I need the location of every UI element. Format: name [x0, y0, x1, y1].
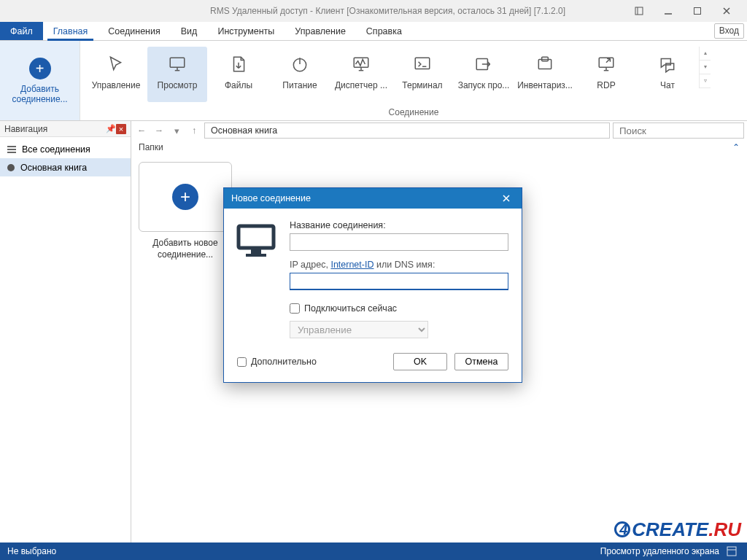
ribbon-view-label: Просмотр	[158, 80, 198, 90]
ribbon-power-label: Питание	[282, 80, 317, 90]
ribbon-scroll-up-icon[interactable]: ▴	[700, 47, 711, 61]
file-arrow-icon	[228, 54, 249, 74]
ribbon-inventory-label: Инвентариз...	[517, 80, 573, 90]
plus-icon: +	[29, 58, 51, 79]
folders-collapse-icon[interactable]: ⌃	[732, 142, 740, 152]
ribbon-chat-label: Чат	[660, 80, 675, 90]
nav-up-icon[interactable]: ↑	[187, 123, 201, 138]
addr-label-post: или DNS имя:	[374, 260, 435, 270]
tab-main[interactable]: Главная	[43, 22, 98, 40]
folders-title: Папки	[139, 142, 163, 152]
menu-file[interactable]: Файл	[0, 22, 43, 40]
mode-select[interactable]: Управление	[290, 321, 428, 338]
window-maximize-icon[interactable]	[683, 0, 712, 22]
dialog-close-icon[interactable]	[498, 190, 514, 206]
plus-icon: +	[172, 184, 198, 210]
status-bar: Не выбрано Просмотр удаленного экрана	[0, 542, 747, 560]
nav-forward-icon[interactable]: →	[152, 123, 166, 138]
ribbon-group-label: Соединение	[80, 106, 747, 120]
monitor-icon	[167, 54, 187, 74]
name-label: Название соединения:	[290, 220, 508, 230]
dialog-titlebar[interactable]: Новое соединение	[224, 188, 522, 209]
menubar: Файл Главная Соединения Вид Инструменты …	[0, 22, 747, 41]
svg-rect-25	[251, 249, 261, 254]
ribbon-terminal-label: Терминал	[402, 80, 442, 90]
ribbon-add-connection[interactable]: + Добавитьсоединение...	[0, 41, 80, 120]
tile-caption-2: соединение...	[158, 249, 213, 260]
nav-toolbar: ← → ▾ ↑ Основная книга	[131, 121, 747, 140]
ribbon-files-label: Файлы	[225, 80, 252, 90]
nav-back-icon[interactable]: ←	[134, 123, 149, 138]
ribbon-inventory[interactable]: Инвентариз...	[515, 47, 575, 102]
window-close-icon[interactable]	[712, 0, 741, 22]
window-title: RMS Удаленный доступ - Клиент [Ознакомит…	[210, 6, 565, 16]
tree-item-main-book[interactable]: Основная книга	[0, 158, 131, 176]
sidebar-pin-icon[interactable]: 📌	[106, 124, 116, 134]
ribbon-chat[interactable]: Чат	[638, 47, 697, 102]
inventory-icon	[535, 54, 555, 74]
tab-manage[interactable]: Управление	[285, 22, 356, 40]
nav-history-icon[interactable]: ▾	[169, 123, 184, 138]
dialog-title: Новое соединение	[231, 193, 311, 203]
breadcrumb[interactable]: Основная книга	[204, 122, 610, 139]
ribbon-add-label1: Добавить	[20, 84, 59, 94]
tree-label: Все соединения	[22, 144, 90, 155]
add-connection-tile[interactable]: + Добавить новое соединение...	[139, 162, 232, 260]
svg-rect-0	[635, 7, 643, 15]
ribbon-terminal[interactable]: Терминал	[392, 47, 452, 102]
ribbon-control-label: Управление	[92, 80, 141, 90]
cursor-icon	[106, 54, 126, 74]
launch-icon	[473, 54, 494, 74]
tile-box[interactable]: +	[139, 162, 232, 232]
tree-label: Основная книга	[20, 163, 87, 173]
advanced-label: Дополнительно	[251, 357, 317, 367]
tab-help[interactable]: Справка	[356, 22, 412, 40]
chat-icon	[657, 54, 678, 74]
address-label: IP адрес, Internet-ID или DNS имя:	[290, 260, 508, 270]
ribbon-view[interactable]: Просмотр	[147, 47, 207, 102]
ribbon-expand-icon[interactable]: ▿	[700, 74, 711, 88]
ribbon-add-label2: соединение...	[12, 94, 67, 104]
window-pin-icon[interactable]	[624, 0, 654, 22]
ribbon-scroll-down-icon[interactable]: ▾	[700, 61, 711, 74]
ok-button[interactable]: OK	[393, 353, 447, 370]
sidebar-title: Навигация	[4, 124, 47, 134]
ribbon-rdp-label: RDP	[597, 80, 615, 90]
svg-rect-13	[415, 58, 430, 69]
tab-view[interactable]: Вид	[171, 22, 208, 40]
connection-name-input[interactable]	[290, 233, 508, 251]
tab-connections[interactable]: Соединения	[98, 22, 170, 40]
connect-now-checkbox[interactable]	[290, 303, 300, 314]
terminal-icon	[412, 54, 433, 74]
addr-label-pre: IP адрес,	[290, 260, 330, 270]
advanced-checkbox[interactable]	[237, 357, 247, 367]
ribbon-power[interactable]: Питание	[270, 47, 330, 102]
search-input[interactable]	[613, 122, 744, 139]
cancel-button[interactable]: Отмена	[454, 353, 508, 370]
ribbon: + Добавитьсоединение... Управление Просм…	[0, 41, 747, 121]
folders-header: Папки ⌃	[131, 140, 747, 155]
window-titlebar: RMS Удаленный доступ - Клиент [Ознакомит…	[0, 0, 747, 22]
internet-id-link[interactable]: Internet-ID	[330, 260, 374, 270]
ribbon-launch[interactable]: Запуск про...	[454, 47, 514, 102]
login-button[interactable]: Вход	[714, 23, 744, 39]
sidebar-header: Навигация 📌 ×	[0, 121, 131, 137]
tab-tools[interactable]: Инструменты	[207, 22, 285, 40]
status-left: Не выбрано	[7, 546, 56, 556]
status-options-icon[interactable]	[724, 545, 740, 558]
nav-tree: Все соединения Основная книга	[0, 137, 131, 179]
ribbon-scroll: ▴ ▾ ▿	[699, 47, 711, 88]
tile-caption-1: Добавить новое	[152, 238, 217, 248]
sidebar-close-icon[interactable]: ×	[116, 124, 126, 134]
ribbon-rdp[interactable]: RDP	[576, 47, 636, 102]
dot-icon	[7, 164, 15, 171]
svg-rect-21	[727, 547, 736, 556]
window-minimize-icon[interactable]	[654, 0, 683, 22]
tree-item-all-connections[interactable]: Все соединения	[0, 140, 131, 158]
ribbon-dispatcher[interactable]: Диспетчер ...	[331, 47, 391, 102]
ribbon-control[interactable]: Управление	[86, 47, 146, 102]
ribbon-files[interactable]: Файлы	[209, 47, 268, 102]
address-input[interactable]	[290, 273, 508, 290]
ribbon-launch-label: Запуск про...	[458, 80, 510, 90]
power-icon	[290, 54, 310, 74]
